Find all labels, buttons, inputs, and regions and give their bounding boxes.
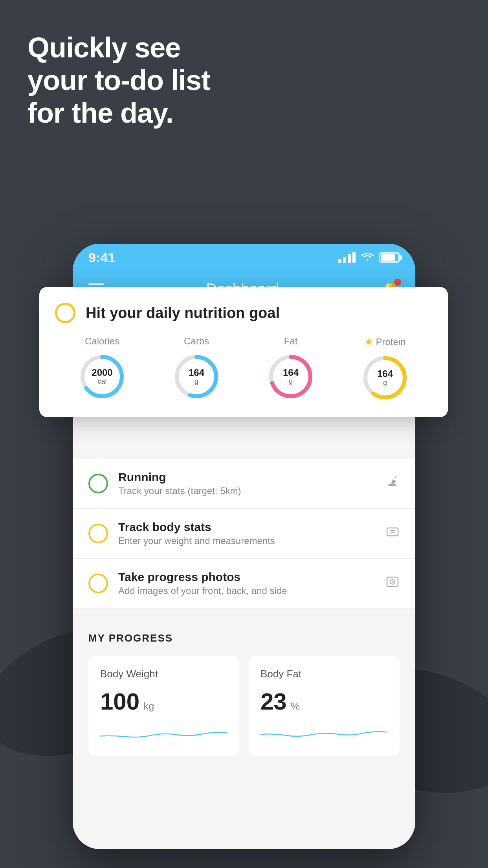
- protein-star-icon: ★: [364, 336, 373, 348]
- todo-circle-photos: [88, 574, 108, 593]
- calories-unit: cal: [97, 377, 106, 385]
- nutrition-card-title: Hit your daily nutrition goal: [86, 305, 280, 322]
- todo-circle-body-stats: [88, 524, 108, 543]
- notification-dot: [394, 279, 401, 286]
- scale-icon: [385, 525, 400, 542]
- nutrition-carbs: Carbs 164 g: [173, 336, 220, 400]
- nutrition-fat: Fat 164 g: [267, 336, 314, 400]
- progress-title: MY PROGRESS: [88, 632, 400, 644]
- protein-label: Protein: [376, 337, 405, 348]
- protein-value: 164: [377, 369, 393, 379]
- progress-cards: Body Weight 100 kg Body Fat 23 %: [88, 656, 400, 756]
- todo-subtitle-running: Track your stats (target: 5km): [118, 485, 375, 497]
- fat-circle: 164 g: [267, 353, 314, 400]
- todo-subtitle-body-stats: Enter your weight and measurements: [118, 535, 375, 546]
- svg-point-11: [392, 581, 393, 583]
- progress-section: MY PROGRESS Body Weight 100 kg Body Fat: [73, 616, 415, 764]
- nutrition-circle-indicator: [55, 303, 75, 323]
- todo-list: Running Track your stats (target: 5km) T…: [73, 459, 415, 609]
- photo-icon: [385, 575, 400, 592]
- calories-value: 2000: [92, 368, 112, 377]
- carbs-label: Carbs: [184, 336, 209, 347]
- nutrition-protein: ★ Protein 164 g: [361, 336, 409, 401]
- carbs-circle: 164 g: [173, 353, 220, 400]
- body-weight-chart: [100, 723, 227, 743]
- body-fat-chart: [261, 723, 388, 743]
- body-fat-title: Body Fat: [261, 668, 388, 680]
- todo-item-body-stats[interactable]: Track body stats Enter your weight and m…: [73, 509, 415, 559]
- battery-icon: [379, 252, 400, 263]
- fat-unit: g: [289, 377, 293, 385]
- body-fat-unit: %: [291, 700, 300, 712]
- body-weight-card: Body Weight 100 kg: [88, 656, 239, 756]
- nutrition-calories: Calories 2000 cal: [79, 336, 126, 400]
- signal-icon: [338, 252, 356, 263]
- todo-text-running: Running Track your stats (target: 5km): [118, 471, 375, 497]
- body-weight-unit: kg: [143, 700, 154, 712]
- todo-circle-running: [88, 474, 108, 493]
- todo-text-photos: Take progress photos Add images of your …: [118, 570, 375, 596]
- nutrition-row: Calories 2000 cal Carbs: [55, 336, 432, 401]
- nutrition-card: Hit your daily nutrition goal Calories 2…: [39, 287, 448, 417]
- body-fat-value: 23: [261, 688, 287, 715]
- calories-circle: 2000 cal: [79, 353, 126, 400]
- status-icons: [338, 251, 400, 264]
- fat-label: Fat: [284, 336, 298, 347]
- body-fat-value-row: 23 %: [261, 688, 388, 715]
- fat-value: 164: [283, 368, 299, 377]
- status-time: 9:41: [88, 250, 115, 265]
- todo-subtitle-photos: Add images of your front, back, and side: [118, 585, 375, 596]
- hero-line2: your to-do list: [28, 64, 210, 97]
- status-bar: 9:41: [73, 244, 415, 271]
- todo-title-running: Running: [118, 471, 375, 484]
- todo-title-photos: Take progress photos: [118, 570, 375, 584]
- protein-circle: 164 g: [361, 354, 409, 401]
- todo-item-running[interactable]: Running Track your stats (target: 5km): [73, 459, 415, 509]
- body-weight-value-row: 100 kg: [100, 688, 227, 715]
- hero-line1: Quickly see: [28, 31, 210, 64]
- hero-text: Quickly see your to-do list for the day.: [28, 31, 210, 129]
- protein-unit: g: [383, 379, 387, 386]
- todo-item-photos[interactable]: Take progress photos Add images of your …: [73, 559, 415, 609]
- body-fat-card: Body Fat 23 %: [249, 656, 400, 756]
- calories-label: Calories: [85, 336, 119, 347]
- carbs-unit: g: [194, 377, 198, 385]
- body-weight-title: Body Weight: [100, 668, 227, 680]
- todo-title-body-stats: Track body stats: [118, 520, 375, 534]
- hero-line3: for the day.: [28, 97, 210, 129]
- running-icon: [385, 475, 400, 492]
- carbs-value: 164: [189, 368, 204, 377]
- todo-text-body-stats: Track body stats Enter your weight and m…: [118, 520, 375, 546]
- wifi-icon: [361, 251, 374, 264]
- body-weight-value: 100: [100, 688, 139, 715]
